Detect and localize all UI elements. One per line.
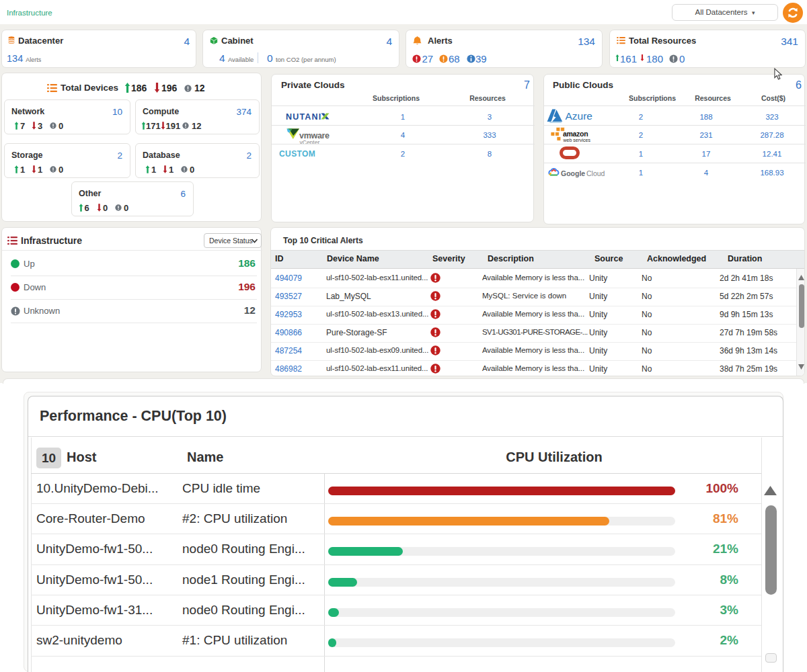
svg-text:Google: Google: [561, 169, 585, 177]
svg-text:Azure: Azure: [566, 110, 593, 122]
svg-text:amazon: amazon: [563, 130, 588, 138]
svg-text:NUTANI: NUTANI: [286, 112, 322, 120]
svg-text:web services: web services: [563, 138, 591, 142]
svg-text:Cloud: Cloud: [586, 169, 605, 177]
